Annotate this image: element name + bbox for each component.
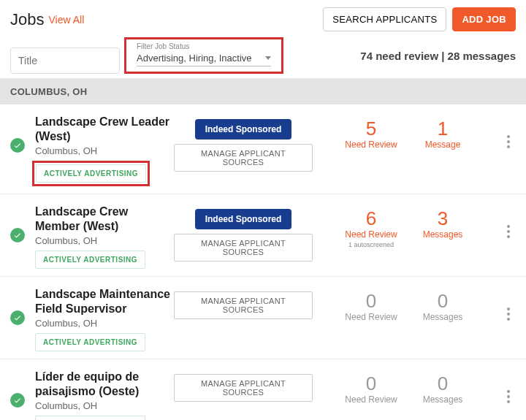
need-review-label: Need Review: [342, 312, 400, 322]
messages-label: Message: [413, 140, 472, 150]
manage-applicant-sources-button[interactable]: MANAGE APPLICANT SOURCES: [174, 291, 313, 319]
messages-label: Messages: [413, 229, 472, 240]
checkmark-icon: [10, 393, 25, 408]
job-row: Landscape Crew Leader (West) Columbus, O…: [0, 104, 526, 194]
need-review-label: Need Review: [342, 394, 400, 405]
job-row: Landscape Maintenance Field Supervisor C…: [0, 277, 526, 359]
messages-count[interactable]: 1: [413, 119, 472, 138]
manage-applicant-sources-button[interactable]: MANAGE APPLICANT SOURCES: [174, 374, 313, 402]
manage-applicant-sources-button[interactable]: MANAGE APPLICANT SOURCES: [174, 144, 313, 172]
job-title[interactable]: Landscape Crew Member (West): [35, 205, 174, 234]
manage-applicant-sources-button[interactable]: MANAGE APPLICANT SOURCES: [174, 234, 313, 261]
more-options-icon[interactable]: [507, 390, 510, 403]
status-filter[interactable]: Filter Job Status Advertising, Hiring, I…: [124, 37, 283, 74]
job-title[interactable]: Landscape Crew Leader (West): [35, 115, 174, 144]
actively-advertising-badge: ACTIVELY ADVERTISING: [35, 251, 145, 269]
need-review-label: Need Review: [342, 140, 400, 150]
search-applicants-button[interactable]: SEARCH APPLICANTS: [323, 7, 446, 31]
status-filter-label: Filter Job Status: [137, 42, 271, 50]
messages-label: Messages: [413, 394, 472, 405]
actively-advertising-badge: ACTIVELY ADVERTISING: [35, 416, 145, 420]
indeed-sponsored-badge: Indeed Sponsored: [195, 209, 292, 229]
job-location: Columbus, OH: [35, 318, 174, 329]
more-options-icon[interactable]: [507, 135, 510, 148]
add-job-button[interactable]: ADD JOB: [452, 7, 516, 31]
messages-count[interactable]: 0: [413, 291, 472, 310]
page-title: Jobs: [10, 10, 44, 29]
status-filter-value: Advertising, Hiring, Inactive: [137, 53, 265, 64]
messages-count[interactable]: 0: [413, 374, 472, 393]
title-filter-input[interactable]: [10, 47, 120, 74]
messages-count[interactable]: 3: [413, 209, 472, 228]
job-location: Columbus, OH: [35, 235, 174, 246]
more-options-icon[interactable]: [507, 308, 510, 321]
summary-counts: 74 need review | 28 messages: [360, 50, 516, 62]
location-group-header: COLUMBUS, OH: [0, 79, 526, 104]
need-review-count[interactable]: 5: [342, 119, 400, 138]
checkmark-icon: [10, 138, 25, 153]
messages-label: Messages: [413, 312, 472, 322]
checkmark-icon: [10, 310, 25, 325]
need-review-count[interactable]: 0: [342, 374, 400, 393]
need-review-label: Need Review: [342, 229, 400, 240]
actively-advertising-badge: ACTIVELY ADVERTISING: [35, 333, 145, 351]
need-review-count[interactable]: 6: [342, 209, 400, 228]
more-options-icon[interactable]: [507, 225, 510, 238]
autoscreened-label: 1 autoscreened: [342, 241, 400, 248]
indeed-sponsored-badge: Indeed Sponsored: [195, 119, 292, 140]
need-review-count[interactable]: 0: [342, 291, 400, 310]
job-row: Landscape Crew Member (West) Columbus, O…: [0, 194, 526, 277]
actively-advertising-badge: ACTIVELY ADVERTISING: [36, 164, 146, 183]
job-location: Columbus, OH: [35, 400, 174, 411]
chevron-down-icon: [265, 56, 271, 60]
view-all-link[interactable]: View All: [48, 14, 84, 26]
checkmark-icon: [10, 228, 25, 243]
job-title[interactable]: Landscape Maintenance Field Supervisor: [35, 287, 174, 316]
job-location: Columbus, OH: [35, 145, 174, 156]
job-row: Líder de equipo de paisajismo (Oeste) Co…: [0, 359, 526, 420]
job-title[interactable]: Líder de equipo de paisajismo (Oeste): [35, 370, 174, 399]
